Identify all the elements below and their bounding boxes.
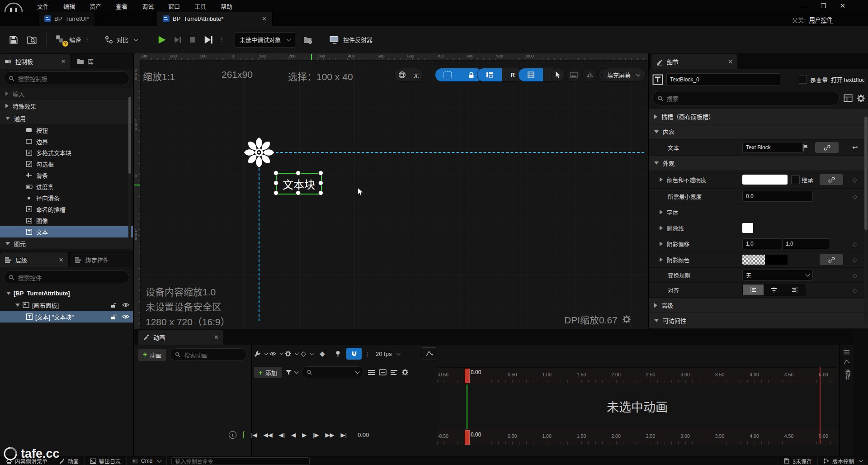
close-tab-icon[interactable]: ✕ [728,58,733,65]
keyframe-options-icon[interactable]: ◇ [300,348,314,360]
dpi-settings-gear-icon[interactable] [622,315,631,324]
snap-magnet-icon[interactable] [346,348,362,360]
expand-tracks-icon[interactable] [368,370,375,375]
sequencer-range-ruler[interactable]: -0.500.501.001.502.002.503.003.504.004.5… [437,429,837,445]
animation-search-input[interactable]: 搜索动画 [170,348,247,361]
bind-color-button[interactable] [820,174,843,185]
unsaved-assets-button[interactable]: 3未保存 [778,456,817,465]
palette-item-radial-slider[interactable]: 径向滑条 [0,192,133,204]
palette-item-rich-text-block[interactable]: 多格式文本块 [0,147,133,158]
compile-options-icon[interactable]: ⋮ [84,36,90,43]
palette-item-named-slot[interactable]: 命名的插槽 [0,204,133,215]
side-list-icon[interactable] [843,349,850,355]
palette-item-image[interactable]: 图像 [0,215,133,226]
palette-item-text[interactable]: 文本 [0,226,133,237]
section-slot[interactable]: 插槽（画布面板槽） [649,109,868,124]
go-to-front-icon[interactable]: |◀ [251,432,257,438]
add-track-button[interactable]: + 添加 [254,367,282,378]
tab-palette[interactable]: 控制板 ✕ [0,54,71,69]
side-curve-icon[interactable] [843,359,850,365]
resize-handle-n[interactable] [296,171,301,176]
curve-editor-icon[interactable] [422,347,436,360]
console-command-input[interactable]: 输入控制台命令 [171,457,310,465]
close-tab-icon[interactable]: ✕ [61,58,66,65]
details-scrollbar[interactable] [864,117,868,325]
browse-asset-button[interactable] [23,31,42,49]
reset-diamond-icon[interactable]: ◇ [853,241,857,247]
jump-forward-icon[interactable]: ▶▶ [326,432,335,438]
text-value-input[interactable]: Text Block [742,142,803,153]
close-tab-icon[interactable]: ✕ [59,256,64,263]
cmd-dropdown[interactable]: Cmd [127,456,167,465]
track-settings-gear-icon[interactable] [401,369,409,376]
tab-animation[interactable]: 动画 ✕ [138,330,223,345]
playback-options-icon[interactable] [285,348,298,360]
save-button[interactable] [5,31,23,49]
output-log-button[interactable]: 输出日志 [85,456,127,465]
track-search-input[interactable] [302,366,364,378]
menu-tools[interactable]: 工具 [187,0,213,12]
resize-handle-e[interactable] [318,180,323,185]
reset-diamond-icon[interactable]: ◇ [853,176,857,183]
compile-button[interactable]: ? 编译 ⋮ [51,31,94,49]
hierarchy-canvas-panel-row[interactable]: [画布面板] [0,299,133,311]
resize-handle-s[interactable] [296,190,301,195]
resize-handle-ne[interactable] [318,171,323,176]
bind-shadow-color-button[interactable] [820,254,843,265]
shadow-offset-x-input[interactable]: 1.0 [742,238,782,249]
resize-handle-w[interactable] [274,180,278,185]
section-advanced[interactable]: 高级 [649,298,868,313]
resize-handle-sw[interactable] [274,190,278,195]
menu-view[interactable]: 查看 [108,0,135,12]
palette-category-special-fx[interactable]: 特殊效果 [0,100,133,112]
unlocked-icon[interactable] [110,302,117,308]
snap-options-icon[interactable]: ⋮ [364,351,370,357]
hierarchy-search-input[interactable]: 搜索控件 [4,270,129,284]
close-tab-icon[interactable]: ✕ [214,334,219,341]
restore-button[interactable]: ❐ [821,2,826,9]
dashed-outline-toggle[interactable] [435,68,460,81]
menu-window[interactable]: 窗口 [161,0,187,12]
visibility-eye-icon[interactable] [122,314,129,319]
diff-button[interactable]: 对比 [100,31,142,49]
tab-bp-turretattribute[interactable]: BP_TurretAttribute* ✕ [157,12,273,26]
pin-icon[interactable] [331,348,344,360]
unlocked-icon[interactable] [110,314,117,320]
source-control-button[interactable]: 版本控制 [817,456,868,465]
reset-diamond-icon[interactable]: ◇ [853,256,857,263]
sequence-end-marker[interactable] [820,367,821,444]
visibility-eye-icon[interactable] [122,302,129,308]
min-width-input[interactable]: 0.0 [742,191,813,202]
fill-screen-dropdown[interactable]: 填充屏幕 [601,68,646,82]
minimize-button[interactable]: — [800,2,807,10]
jump-back-icon[interactable]: ◀◀ [264,432,273,438]
tab-bp-turretui[interactable]: BP_TurretUI* [39,12,95,26]
bind-text-button[interactable] [815,142,839,153]
auto-key-icon[interactable]: ◆ [316,348,329,360]
strikethrough-color-swatch[interactable] [742,223,753,233]
cursor-tool-button[interactable] [551,68,565,82]
open-textblock-link[interactable]: 打开TextBlock [831,75,864,84]
localization-none-button[interactable]: 无 [410,68,423,81]
palette-scrollbar[interactable] [128,97,131,246]
palette-item-progress-bar[interactable]: 进度条 [0,181,133,192]
reset-diamond-icon[interactable]: ◇ [853,287,857,294]
palette-category-common[interactable]: 通用 [0,112,133,124]
tab-hierarchy[interactable]: 层级 ✕ [0,252,68,267]
resize-handle-se[interactable] [318,190,323,195]
sequencer-time-ruler[interactable]: -0.500.501.001.502.002.503.003.504.004.5… [437,367,837,383]
tab-details[interactable]: 细节 ✕ [651,54,737,69]
tab-bound-widgets[interactable]: 绑定控件 [70,252,133,267]
widget-name-input[interactable]: TextBlock_0 [666,73,780,86]
menu-edit[interactable]: 编辑 [56,0,82,12]
view-options-eye-icon[interactable] [269,348,283,360]
widget-reflector-button[interactable]: 控件反射器 [325,31,377,49]
hierarchy-text-row[interactable]: [文本] "文本块" [0,311,133,323]
reset-diamond-icon[interactable]: ◇ [853,272,857,279]
inherit-checkbox[interactable] [791,176,800,184]
parent-class-link[interactable]: 用户控件 [809,15,833,24]
play-options-icon[interactable]: ⋮ [219,36,225,43]
is-variable-checkbox[interactable] [799,76,807,84]
advance-icon[interactable] [203,34,213,45]
align-right-button[interactable] [784,285,805,295]
